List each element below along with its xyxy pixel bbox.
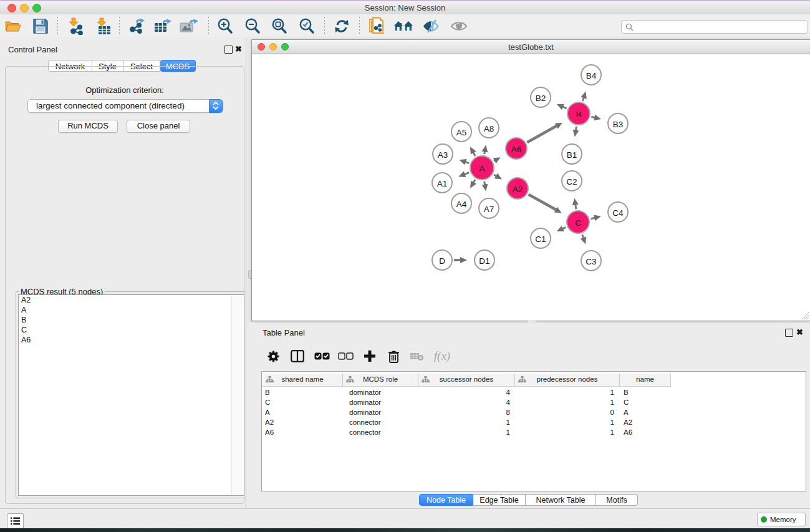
table-settings-icon[interactable]: [261, 350, 285, 363]
table-row-A6[interactable]: A6connector11A6: [262, 428, 804, 438]
zoom-out-icon[interactable]: [242, 16, 263, 36]
toggle-panel-layout-icon[interactable]: [285, 350, 310, 362]
show-all-icon[interactable]: [448, 16, 470, 36]
deselect-all-icon[interactable]: [334, 352, 357, 360]
hide-selected-icon[interactable]: [420, 16, 441, 36]
import-table-from-file-icon[interactable]: [92, 16, 113, 36]
close-panel-icon[interactable]: ✖: [235, 46, 242, 52]
import-network-from-file-icon[interactable]: [64, 16, 85, 36]
cell-name[interactable]: A2: [624, 418, 668, 426]
table-tab-node-table[interactable]: Node Table: [419, 494, 473, 506]
mcds-list-scrollbar[interactable]: [231, 296, 243, 495]
graph-edge-arrowhead: [594, 115, 601, 121]
table-row-A2[interactable]: A2connector11A2: [262, 418, 804, 428]
graph-node-label-C: C: [575, 218, 581, 228]
cell-mcds_role[interactable]: connector: [349, 418, 415, 426]
cell-predecessor_nodes[interactable]: 1: [515, 428, 614, 436]
cell-name[interactable]: A6: [624, 428, 668, 436]
cell-name[interactable]: A: [624, 409, 668, 416]
graph-edge-B-B1[interactable]: [576, 127, 576, 131]
mcds-result-item[interactable]: A: [19, 305, 244, 315]
column-header-name[interactable]: name: [620, 374, 671, 386]
search-box[interactable]: [621, 20, 808, 34]
cell-shared_name[interactable]: B: [265, 389, 340, 396]
cell-shared_name[interactable]: C: [265, 399, 340, 406]
show-log-console-button[interactable]: [7, 513, 24, 529]
cell-mcds_role[interactable]: dominator: [349, 409, 415, 416]
column-header-successor-nodes[interactable]: successor nodes: [418, 374, 515, 386]
cell-successor_nodes[interactable]: 4: [418, 399, 510, 406]
column-header-shared-name[interactable]: shared name: [263, 374, 343, 386]
graph-edge-C-C3[interactable]: [582, 235, 584, 238]
close-table-panel-icon[interactable]: ✖: [796, 329, 803, 336]
table-row-C[interactable]: Cdominator41C: [262, 398, 804, 408]
cell-predecessor_nodes[interactable]: 1: [515, 389, 614, 396]
table-tab-motifs[interactable]: Motifs: [596, 494, 638, 506]
mcds-result-item[interactable]: A6: [19, 335, 244, 345]
graph-edge-A2-C[interactable]: [529, 195, 557, 210]
zoom-selected-region-icon[interactable]: [296, 16, 317, 36]
mcds-result-list[interactable]: A2ABCA6: [18, 294, 244, 496]
memory-button[interactable]: Memory: [757, 513, 806, 526]
table-row-A[interactable]: Adominator80A: [262, 408, 804, 418]
zoom-fit-content-icon[interactable]: [269, 16, 290, 36]
graph-node-label-A: A: [479, 164, 485, 173]
graph-edge-C-C2[interactable]: [576, 205, 576, 210]
float-panel-icon[interactable]: [224, 46, 233, 54]
cell-shared_name[interactable]: A2: [265, 418, 340, 426]
refresh-network-view-icon[interactable]: [331, 16, 352, 36]
table-tab-network-table[interactable]: Network Table: [526, 494, 596, 506]
cell-shared_name[interactable]: A6: [265, 428, 340, 436]
cell-predecessor_nodes[interactable]: 0: [515, 409, 614, 416]
delete-table-icon[interactable]: [405, 352, 428, 361]
toolbar-separator: [57, 17, 58, 35]
cell-mcds_role[interactable]: dominator: [349, 389, 415, 396]
export-image-icon[interactable]: [178, 16, 200, 36]
criterion-select[interactable]: largest connected component (directed): [27, 99, 223, 113]
graph-edge-B-B2[interactable]: [562, 107, 567, 109]
function-builder-icon[interactable]: f(x): [428, 349, 456, 363]
first-neighbors-icon[interactable]: [393, 16, 414, 36]
select-all-icon[interactable]: [310, 352, 334, 360]
cell-successor_nodes[interactable]: 4: [418, 389, 510, 396]
graph-edge-C-C4[interactable]: [591, 218, 595, 219]
export-network-icon[interactable]: [126, 16, 147, 36]
cell-shared_name[interactable]: A: [265, 409, 340, 416]
copy-network-icon[interactable]: [366, 16, 387, 36]
add-column-icon[interactable]: [357, 350, 382, 362]
table-row-B[interactable]: Bdominator41B: [262, 388, 804, 398]
graph-node-label-C1: C1: [535, 235, 546, 244]
float-table-panel-icon[interactable]: [785, 329, 793, 337]
network-graph-canvas[interactable]: AA6A2BCA1A3A4A5A7A8B1B2B3B4C1C2C3C4DD1: [252, 54, 809, 320]
delete-column-icon[interactable]: [382, 350, 405, 363]
cell-successor_nodes[interactable]: 1: [418, 428, 510, 436]
graph-edge-A6-B[interactable]: [528, 126, 557, 143]
close-panel-button[interactable]: Close panel: [127, 120, 190, 133]
status-bar: Memory: [0, 508, 810, 529]
cell-mcds_role[interactable]: dominator: [349, 399, 415, 406]
toolbar-separator: [324, 17, 325, 35]
open-session-icon[interactable]: [2, 16, 23, 36]
mcds-result-item[interactable]: A2: [19, 295, 244, 305]
export-table-icon[interactable]: [152, 16, 173, 36]
cell-predecessor_nodes[interactable]: 1: [515, 399, 614, 406]
cell-name[interactable]: B: [624, 389, 668, 396]
cell-name[interactable]: C: [624, 399, 668, 406]
table-tab-edge-table[interactable]: Edge Table: [473, 494, 526, 506]
cell-successor_nodes[interactable]: 1: [418, 418, 510, 426]
cell-mcds_role[interactable]: connector: [349, 428, 415, 436]
graph-edge-arrowhead: [594, 215, 601, 221]
window-resize-grip[interactable]: [801, 311, 809, 320]
mcds-result-item[interactable]: C: [19, 325, 244, 335]
graph-edge-A-A1[interactable]: [465, 173, 470, 175]
mcds-result-item[interactable]: B: [19, 315, 244, 325]
save-session-icon[interactable]: [30, 16, 51, 36]
graph-edge-A-A5[interactable]: [473, 152, 475, 156]
column-header-MCDS-role[interactable]: MCDS role: [343, 374, 418, 386]
column-header-predecessor-nodes[interactable]: predecessor nodes: [515, 374, 620, 386]
search-input[interactable]: [636, 22, 808, 32]
cell-predecessor_nodes[interactable]: 1: [515, 418, 614, 426]
cell-successor_nodes[interactable]: 8: [418, 409, 510, 416]
run-mcds-button[interactable]: Run MCDS: [58, 120, 118, 133]
zoom-in-icon[interactable]: [215, 16, 236, 36]
